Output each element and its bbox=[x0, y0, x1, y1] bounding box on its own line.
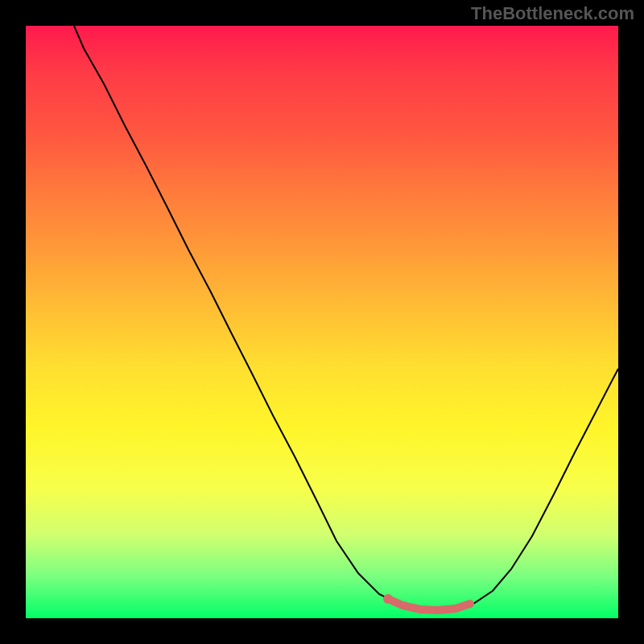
optimal-start-dot bbox=[383, 594, 393, 604]
bottleneck-curve bbox=[26, 26, 618, 618]
watermark-text: TheBottleneck.com bbox=[471, 3, 634, 24]
chart-container: TheBottleneck.com bbox=[0, 0, 644, 644]
optimal-segment bbox=[388, 599, 470, 610]
plot-area bbox=[26, 26, 618, 618]
curve-path bbox=[74, 26, 618, 610]
